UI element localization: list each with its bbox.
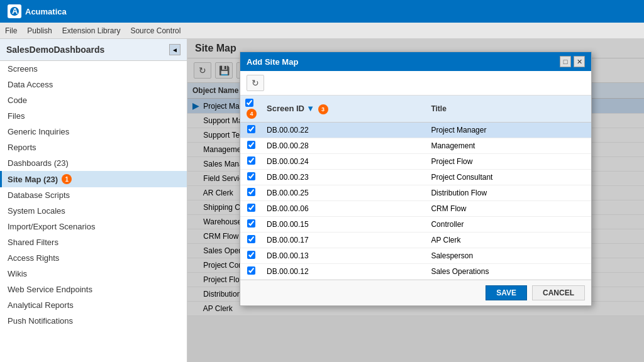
row-checkbox[interactable] (247, 188, 255, 196)
row-title: Sales Operations (426, 264, 591, 280)
svg-text:A: A (12, 6, 18, 16)
row-title: Project Manager (426, 123, 591, 138)
sidebar: SalesDemoDashboards ◄ Screens Data Acces… (0, 39, 187, 362)
menu-publish[interactable]: Publish (27, 26, 52, 35)
modal-maximize-button[interactable]: □ (560, 56, 571, 67)
modal-controls: □ ✕ (560, 56, 585, 67)
row-screen-id: DB.00.00.22 (262, 123, 426, 138)
sidebar-item-push-notifications[interactable]: Push Notifications (0, 313, 187, 329)
row-checkbox[interactable] (247, 204, 255, 212)
modal-table-area: 4 Screen ID ▼ 3 Title (240, 96, 591, 280)
sidebar-item-dashboards[interactable]: Dashboards (23) (0, 155, 187, 171)
row-checkbox[interactable] (247, 251, 255, 259)
modal-data-table: 4 Screen ID ▼ 3 Title (240, 96, 591, 280)
row-checkbox-cell (240, 264, 262, 280)
row-checkbox[interactable] (247, 266, 255, 275)
sidebar-item-reports[interactable]: Reports (0, 140, 187, 155)
app-name: Acumatica (25, 7, 67, 16)
menu-bar: File Publish Extension Library Source Co… (0, 23, 644, 39)
sidebar-toggle[interactable]: ◄ (169, 44, 180, 55)
modal-table-row[interactable]: DB.00.00.28 Management (240, 138, 591, 154)
sidebar-item-wikis[interactable]: Wikis (0, 266, 187, 282)
modal-table-row[interactable]: DB.00.00.17 AP Clerk (240, 233, 591, 248)
checkbox-header-badge: 4 (247, 109, 257, 119)
row-screen-id: DB.00.00.28 (262, 138, 426, 154)
sidebar-item-site-map[interactable]: Site Map (23) 1 (0, 171, 187, 187)
row-checkbox-cell (240, 248, 262, 264)
col-title: Title (426, 96, 591, 123)
top-bar: A Acumatica (0, 0, 644, 23)
content-area: Site Map ↻ 💾 ↩ ✕ + 2 RELOAD FROM DATABAS… (187, 39, 644, 362)
row-title: Salesperson (426, 248, 591, 264)
row-screen-id: DB.00.00.13 (262, 248, 426, 264)
app-logo: A Acumatica (8, 4, 67, 18)
row-title: Controller (426, 217, 591, 233)
modal-overlay: Add Site Map □ ✕ ↻ (187, 39, 644, 362)
row-title: CRM Flow (426, 201, 591, 217)
modal-table-row[interactable]: DB.00.00.24 Project Flow (240, 154, 591, 170)
row-screen-id: DB.00.00.17 (262, 233, 426, 248)
site-map-badge: 1 (62, 174, 72, 184)
sidebar-item-system-locales[interactable]: System Locales (0, 203, 187, 219)
modal-title: Add Site Map (247, 57, 298, 67)
sidebar-item-generic-inquiries[interactable]: Generic Inquiries (0, 124, 187, 140)
sidebar-item-data-access[interactable]: Data Access (0, 77, 187, 92)
sidebar-item-code[interactable]: Code (0, 92, 187, 108)
row-screen-id: DB.00.00.23 (262, 170, 426, 185)
row-title: Project Consultant (426, 170, 591, 185)
row-screen-id: DB.00.00.15 (262, 217, 426, 233)
modal-close-button[interactable]: ✕ (574, 56, 585, 67)
row-screen-id: DB.00.00.25 (262, 185, 426, 201)
row-title: Project Flow (426, 154, 591, 170)
row-checkbox[interactable] (247, 141, 255, 149)
col-checkbox-header: 4 (240, 96, 262, 123)
modal-table-row[interactable]: DB.00.00.23 Project Consultant (240, 170, 591, 185)
logo-icon: A (8, 4, 21, 18)
modal-cancel-button[interactable]: CANCEL (532, 285, 585, 300)
sidebar-item-access-rights[interactable]: Access Rights (0, 250, 187, 266)
modal-table-row[interactable]: DB.00.00.06 CRM Flow (240, 201, 591, 217)
screen-id-badge: 3 (318, 104, 328, 114)
sidebar-item-database-scripts[interactable]: Database Scripts (0, 187, 187, 203)
row-checkbox[interactable] (247, 156, 255, 165)
modal-table-row[interactable]: DB.00.00.15 Controller (240, 217, 591, 233)
modal-toolbar: ↻ (240, 71, 591, 96)
select-all-checkbox[interactable] (245, 99, 253, 107)
row-checkbox-cell (240, 233, 262, 248)
row-checkbox[interactable] (247, 125, 255, 133)
menu-source-control[interactable]: Source Control (130, 26, 180, 35)
row-checkbox-cell (240, 170, 262, 185)
main-layout: SalesDemoDashboards ◄ Screens Data Acces… (0, 39, 644, 362)
row-checkbox-cell (240, 185, 262, 201)
sidebar-item-web-service-endpoints[interactable]: Web Service Endpoints (0, 282, 187, 297)
row-checkbox-cell (240, 217, 262, 233)
sidebar-item-screens[interactable]: Screens (0, 61, 187, 77)
modal-footer: SAVE CANCEL (240, 280, 591, 305)
row-checkbox-cell (240, 138, 262, 154)
row-checkbox[interactable] (247, 235, 255, 243)
sidebar-item-files[interactable]: Files (0, 108, 187, 124)
row-checkbox[interactable] (247, 219, 255, 228)
add-site-map-modal: Add Site Map □ ✕ ↻ (240, 52, 592, 306)
sidebar-item-analytical-reports[interactable]: Analytical Reports (0, 297, 187, 313)
sidebar-nav: Screens Data Access Code Files Generic I… (0, 61, 187, 362)
modal-title-bar: Add Site Map □ ✕ (240, 52, 591, 71)
sidebar-header: SalesDemoDashboards ◄ (0, 39, 187, 61)
modal-table-row[interactable]: DB.00.00.22 Project Manager (240, 123, 591, 138)
sidebar-item-import-export[interactable]: Import/Export Scenarios (0, 219, 187, 234)
row-title: Management (426, 138, 591, 154)
sidebar-title: SalesDemoDashboards (6, 45, 104, 55)
sidebar-item-shared-filters[interactable]: Shared Filters (0, 234, 187, 250)
menu-file[interactable]: File (5, 26, 17, 35)
modal-save-button[interactable]: SAVE (486, 285, 527, 300)
row-screen-id: DB.00.00.24 (262, 154, 426, 170)
modal-table-row[interactable]: DB.00.00.12 Sales Operations (240, 264, 591, 280)
row-screen-id: DB.00.00.06 (262, 201, 426, 217)
modal-refresh-button[interactable]: ↻ (247, 75, 264, 91)
modal-table-row[interactable]: DB.00.00.25 Distribution Flow (240, 185, 591, 201)
modal-table-row[interactable]: DB.00.00.13 Salesperson (240, 248, 591, 264)
menu-extension-library[interactable]: Extension Library (62, 26, 121, 35)
row-checkbox-cell (240, 123, 262, 138)
row-checkbox[interactable] (247, 172, 255, 180)
filter-icon[interactable]: ▼ (306, 104, 314, 113)
